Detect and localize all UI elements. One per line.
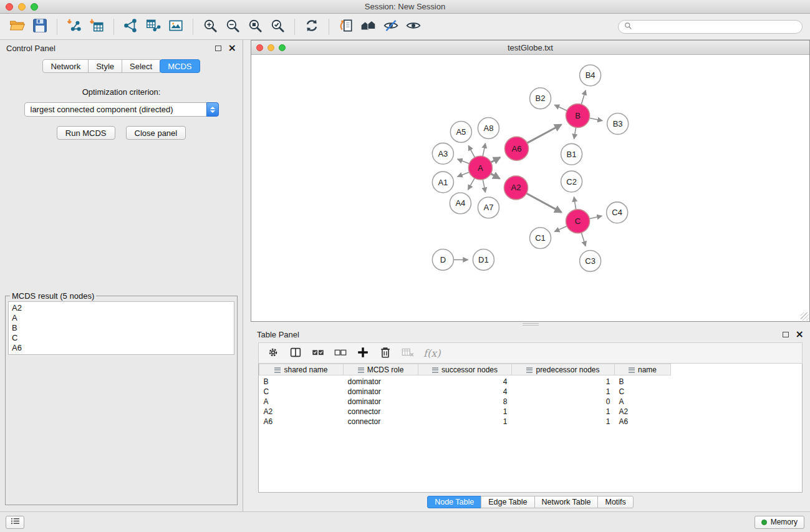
run-mcds-button[interactable]: Run MCDS xyxy=(57,126,115,140)
graph-node-A1[interactable]: A1 xyxy=(432,172,453,193)
minimize-network-window-button[interactable] xyxy=(268,44,274,51)
table-row[interactable]: Bdominator41B xyxy=(259,375,671,387)
graph-node-C2[interactable]: C2 xyxy=(561,171,582,192)
close-network-window-button[interactable] xyxy=(256,44,263,51)
vertical-splitter[interactable] xyxy=(243,40,251,511)
graph-edge[interactable] xyxy=(468,178,475,190)
memory-button[interactable]: Memory xyxy=(755,516,804,529)
graph-edge[interactable] xyxy=(491,173,499,178)
deselect-all-button[interactable] xyxy=(331,344,350,362)
graph-edge[interactable] xyxy=(468,145,475,157)
zoom-selected-button[interactable] xyxy=(266,16,289,37)
graph-node-A[interactable]: A xyxy=(468,156,492,180)
zoom-window-button[interactable] xyxy=(31,3,38,11)
table-tab-motifs[interactable]: Motifs xyxy=(597,496,633,508)
import-network-button[interactable] xyxy=(63,16,85,37)
zoom-fit-button[interactable] xyxy=(244,16,266,37)
apply-layout-button[interactable] xyxy=(301,16,323,37)
criterion-select[interactable]: largest connected component (directed) xyxy=(24,102,219,117)
float-panel-icon[interactable] xyxy=(215,46,221,51)
function-builder-button[interactable]: f(x) xyxy=(423,347,440,359)
column-header[interactable]: successor nodes xyxy=(418,364,512,375)
graph-node-B3[interactable]: B3 xyxy=(607,114,629,135)
tab-mcds[interactable]: MCDS xyxy=(160,59,200,73)
horizontal-splitter[interactable] xyxy=(251,322,810,326)
graph-node-B[interactable]: B xyxy=(566,104,590,128)
mcds-result-item[interactable]: A6 xyxy=(12,343,231,353)
column-header[interactable]: shared name xyxy=(259,364,344,375)
search-field[interactable] xyxy=(618,20,803,34)
graph-edge[interactable] xyxy=(589,216,602,218)
network-window-titlebar[interactable]: testGlobe.txt xyxy=(251,41,809,55)
graph-edge[interactable] xyxy=(483,180,485,193)
network-from-table-button[interactable] xyxy=(142,16,165,37)
mcds-result-list[interactable]: A2ABCA6 xyxy=(8,301,234,355)
close-panel-icon[interactable]: × xyxy=(228,43,236,53)
graph-edge[interactable] xyxy=(574,197,576,210)
show-columns-button[interactable] xyxy=(286,344,305,362)
save-session-button[interactable] xyxy=(29,16,51,37)
home-view-button[interactable] xyxy=(357,16,380,37)
graph-node-C3[interactable]: C3 xyxy=(580,251,601,272)
float-table-panel-icon[interactable] xyxy=(783,332,789,337)
graph-node-B2[interactable]: B2 xyxy=(529,88,551,109)
delete-column-button[interactable] xyxy=(376,344,395,362)
search-input[interactable] xyxy=(635,22,796,32)
graph-node-A8[interactable]: A8 xyxy=(478,118,499,139)
column-header[interactable]: name xyxy=(615,364,671,375)
graphics-details-toggle-button[interactable] xyxy=(380,16,402,37)
table-tab-node-table[interactable]: Node Table xyxy=(427,496,481,508)
tab-select[interactable]: Select xyxy=(122,59,160,73)
minimize-window-button[interactable] xyxy=(18,3,26,11)
graph-node-A7[interactable]: A7 xyxy=(478,197,499,218)
graph-edge[interactable] xyxy=(491,157,500,162)
open-session-button[interactable] xyxy=(6,16,29,37)
birds-eye-view-button[interactable] xyxy=(402,16,425,37)
graph-edge[interactable] xyxy=(483,143,485,157)
table-mode-button[interactable] xyxy=(264,344,282,362)
graph-edge[interactable] xyxy=(554,105,567,110)
mcds-result-item[interactable]: A xyxy=(12,313,231,323)
close-window-button[interactable] xyxy=(6,3,13,11)
zoom-out-button[interactable] xyxy=(221,16,244,37)
graph-edge[interactable] xyxy=(458,159,470,163)
delete-table-button[interactable] xyxy=(398,344,417,362)
reload-document-button[interactable] xyxy=(335,16,357,37)
select-all-button[interactable] xyxy=(309,344,327,362)
graph-node-B4[interactable]: B4 xyxy=(580,65,601,86)
graph-node-D1[interactable]: D1 xyxy=(473,249,494,271)
network-canvas[interactable]: B4B2BB3A5A8A6B1A3AC2A1A2A4A7CC4C1C3DD1 xyxy=(251,55,809,321)
zoom-network-window-button[interactable] xyxy=(279,44,286,51)
new-network-button[interactable] xyxy=(120,16,142,37)
mcds-result-item[interactable]: A2 xyxy=(12,303,231,313)
table-row[interactable]: Adominator80A xyxy=(259,397,671,407)
graph-edge[interactable] xyxy=(554,226,567,232)
graph-node-D[interactable]: D xyxy=(432,249,453,271)
create-column-button[interactable] xyxy=(354,344,372,362)
table-tab-network-table[interactable]: Network Table xyxy=(534,496,599,508)
network-graph[interactable]: B4B2BB3A5A8A6B1A3AC2A1A2A4A7CC4C1C3DD1 xyxy=(251,55,809,321)
column-header[interactable]: predecessor nodes xyxy=(512,364,615,375)
graph-edge[interactable] xyxy=(527,125,561,143)
export-image-button[interactable] xyxy=(165,16,187,37)
graph-edge[interactable] xyxy=(574,127,576,138)
graph-edge[interactable] xyxy=(581,90,586,105)
tab-network[interactable]: Network xyxy=(42,59,89,73)
table-row[interactable]: Cdominator41C xyxy=(259,387,671,397)
table-row[interactable]: A6connector11A6 xyxy=(259,417,671,427)
table-tab-edge-table[interactable]: Edge Table xyxy=(481,496,534,508)
close-table-panel-icon[interactable]: × xyxy=(796,329,804,339)
graph-node-A5[interactable]: A5 xyxy=(450,122,471,143)
mcds-result-item[interactable]: B xyxy=(12,323,231,333)
graph-node-A3[interactable]: A3 xyxy=(432,143,453,164)
graph-edge[interactable] xyxy=(458,172,470,177)
close-panel-button[interactable]: Close panel xyxy=(126,126,186,140)
graph-edge[interactable] xyxy=(526,193,561,212)
mcds-result-item[interactable]: C xyxy=(12,333,231,343)
resize-grip[interactable] xyxy=(801,312,809,321)
graph-node-C4[interactable]: C4 xyxy=(607,202,628,223)
graph-node-B1[interactable]: B1 xyxy=(561,143,582,165)
graph-node-C1[interactable]: C1 xyxy=(529,228,551,249)
graph-node-A4[interactable]: A4 xyxy=(450,193,471,214)
column-header[interactable]: MCDS role xyxy=(344,364,418,375)
